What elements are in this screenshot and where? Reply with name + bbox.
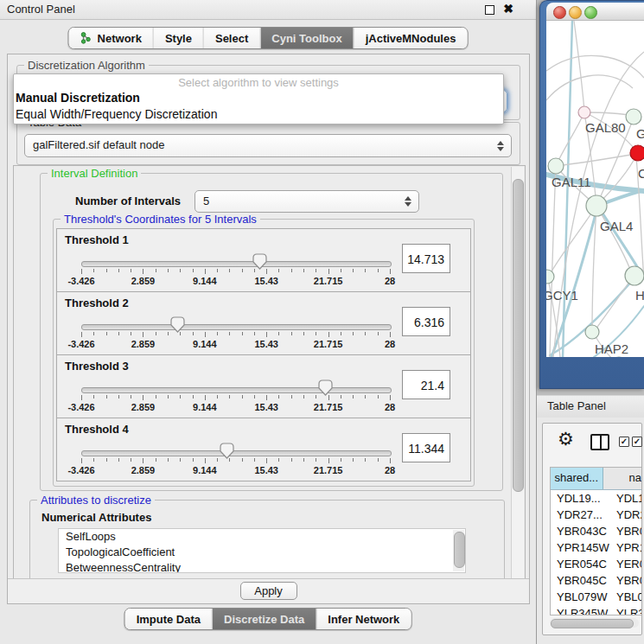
threshold-value-field[interactable]: 6.316 [402,307,450,336]
table-row[interactable]: YPR145WYPR1 [551,539,641,556]
tick-mark [156,332,156,335]
checkbox-icon[interactable]: ✓ [632,437,642,447]
table-row[interactable]: YDL19...YDL1 [551,490,641,507]
table-row[interactable]: YLR345WYLR3 [551,605,641,615]
network-canvas[interactable]: GAL80GACGAL11GAL4GCY1HHAP2 [546,21,644,357]
column-header-name[interactable]: na [603,468,641,489]
tick-mark [291,269,292,272]
tick-mark [316,332,316,335]
node-label: GAL11 [552,175,591,189]
minimize-traffic-light-icon[interactable] [569,6,582,19]
tab-network[interactable]: Network [69,28,153,48]
tick-mark [303,269,304,272]
tick-mark [205,332,206,337]
cell-name[interactable]: YLR3 [612,605,641,615]
table-row[interactable]: YBL079WYBL0 [551,589,641,605]
tick-mark [278,458,279,462]
table-horizontal-scrollbar[interactable] [550,618,639,628]
cell-name[interactable]: YBR0 [612,523,641,539]
settings-scrollpane: Interval Definition Number of Intervals … [13,165,526,580]
table-row[interactable]: YER054CYER0 [551,556,641,572]
network-node[interactable] [586,195,607,216]
slider-track[interactable] [81,324,392,330]
network-node[interactable] [578,106,590,118]
tick-mark [390,458,391,463]
apply-button[interactable]: Apply [240,582,297,600]
tick-mark [143,269,143,274]
network-node[interactable] [625,266,644,285]
cell-shared-name[interactable]: YDR27... [551,507,612,523]
table-data-group: Table Data galFiltered.sif default node [16,122,520,165]
tab-jactivemnodules[interactable]: jActiveMNodules [354,28,468,48]
cell-shared-name[interactable]: YBL079W [551,589,612,605]
column-header-shared[interactable]: shared... [551,468,603,489]
tab-style[interactable]: Style [153,28,203,48]
cell-name[interactable]: YBL0 [612,589,641,605]
tab-impute-data[interactable]: Impute Data [125,609,212,629]
gear-icon[interactable]: ⚙ [558,429,574,450]
cell-shared-name[interactable]: YLR345W [551,605,612,615]
network-node[interactable] [548,158,564,174]
tick-mark [390,332,391,337]
network-view-window[interactable]: GAL80GACGAL11GAL4GCY1HHAP2 [539,0,644,389]
tick-mark [278,395,279,399]
slider-thumb[interactable] [170,316,185,333]
close-icon[interactable]: ✖ [503,2,513,16]
cell-shared-name[interactable]: YPR145W [551,539,612,556]
dropdown-option-equal-width-frequency[interactable]: Equal Width/Frequency Discretization [14,106,503,123]
threshold-value-field[interactable]: 14.713 [402,244,450,273]
close-traffic-light-icon[interactable] [553,6,566,19]
cell-name[interactable]: YBR0 [612,572,641,589]
zoom-traffic-light-icon[interactable] [584,6,597,19]
attribute-item[interactable]: TopologicalCoefficient [59,545,465,560]
slider-track[interactable] [81,387,392,393]
tick-mark [205,269,206,274]
table-data-combobox[interactable]: galFiltered.sif default node [24,134,512,157]
slider-track[interactable] [81,261,392,267]
table-row[interactable]: YBR045CYBR0 [551,572,641,589]
dropdown-option-manual-discretization[interactable]: Manual Discretization [14,90,503,106]
cell-shared-name[interactable]: YBR045C [551,572,612,589]
float-icon[interactable] [485,5,494,15]
network-node[interactable] [546,270,554,284]
slider-thumb[interactable] [318,379,333,396]
network-node[interactable] [630,145,644,161]
tab-cyni-toolbox[interactable]: Cyni Toolbox [259,28,353,48]
attributes-group: Attributes to discretize Numerical Attri… [29,500,505,581]
tick-mark [229,458,230,462]
slider-thumb[interactable] [252,253,267,270]
tab-select[interactable]: Select [203,28,259,48]
number-of-intervals-combobox[interactable]: 5 [194,190,419,213]
cell-name[interactable]: YPR1 [612,539,641,556]
table-row[interactable]: YBR043CYBR0 [551,523,641,539]
attribute-item[interactable]: SelfLoops [59,529,465,545]
threshold-value-field[interactable]: 21.4 [402,370,450,399]
columns-icon[interactable] [590,434,609,450]
threshold-value-field[interactable]: 11.344 [402,433,450,462]
tick-label: 28 [385,402,395,412]
attributes-scrollbar[interactable] [453,530,464,571]
slider-track[interactable] [81,450,392,456]
network-node[interactable] [585,325,599,339]
network-node[interactable] [626,109,641,124]
top-tab-bar: Network Style Select Cyni Toolbox jActiv… [68,27,469,49]
tick-mark [254,395,255,399]
tick-label: 9.144 [193,276,217,286]
tab-discretize-data[interactable]: Discretize Data [212,609,316,629]
cell-name[interactable]: YDR2 [612,507,641,523]
slider-thumb[interactable] [220,443,234,459]
tick-mark [81,395,82,400]
settings-vertical-scrollbar[interactable] [511,167,524,578]
cell-name[interactable]: YDL1 [612,490,641,507]
bottom-tab-bar: Impute Data Discretize Data Infer Networ… [124,608,412,630]
attribute-item[interactable]: BetweennessCentrality [59,560,465,573]
tab-infer-network[interactable]: Infer Network [316,609,411,629]
tick-mark [180,332,181,335]
cell-shared-name[interactable]: YER054C [551,556,612,572]
cell-name[interactable]: YER0 [612,556,641,572]
table-header-row: shared... na [551,468,641,490]
cell-shared-name[interactable]: YDL19... [551,490,612,507]
table-row[interactable]: YDR27...YDR2 [551,507,641,523]
cell-shared-name[interactable]: YBR043C [551,523,612,539]
checkbox-icon[interactable]: ✓ [619,437,629,447]
